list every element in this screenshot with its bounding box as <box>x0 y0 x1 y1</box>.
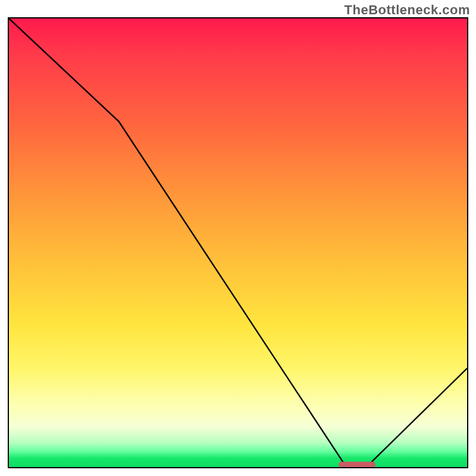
bottleneck-curve-svg <box>9 18 467 467</box>
optimal-range-marker <box>339 462 375 468</box>
chart-figure: TheBottleneck.com <box>0 0 476 476</box>
bottleneck-curve-line <box>9 18 467 463</box>
watermark-text: TheBottleneck.com <box>345 2 470 18</box>
plot-area <box>8 17 468 468</box>
